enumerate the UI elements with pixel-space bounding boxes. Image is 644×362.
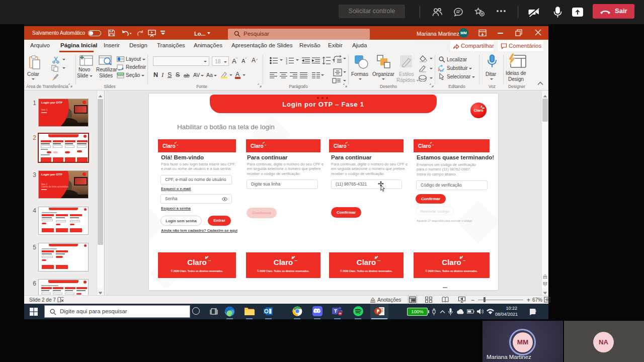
svg-text:c: c: [442, 68, 444, 72]
svg-text:3: 3: [286, 62, 287, 64]
svg-text:b: b: [438, 68, 440, 71]
